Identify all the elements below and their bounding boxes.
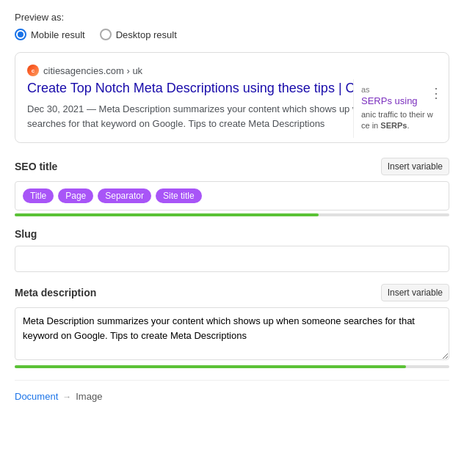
seo-title-input-area[interactable]: Title Page Separator Site title bbox=[15, 181, 449, 210]
radio-group: Mobile result Desktop result bbox=[15, 29, 449, 40]
preview-dash: — bbox=[87, 103, 99, 114]
overlay-as-text: as bbox=[361, 85, 370, 94]
slug-label: Slug bbox=[15, 228, 37, 240]
meta-description-label: Meta description bbox=[15, 287, 96, 299]
mobile-result-label: Mobile result bbox=[31, 29, 85, 40]
meta-description-insert-variable-button[interactable]: Insert variable bbox=[381, 284, 449, 301]
tab-image[interactable]: Image bbox=[76, 389, 102, 403]
overlay-serp-highlight: SERPs using bbox=[361, 95, 418, 106]
meta-description-textarea[interactable]: Meta Description summarizes your content… bbox=[15, 307, 449, 360]
mobile-radio-circle bbox=[15, 29, 26, 40]
tag-pill-page[interactable]: Page bbox=[58, 188, 93, 203]
preview-site-row: c citiesagencies.com › uk bbox=[27, 65, 437, 76]
tag-pill-separator[interactable]: Separator bbox=[98, 188, 151, 203]
seo-title-progress-container bbox=[15, 213, 449, 216]
overlay-serp-bold: SERPs bbox=[380, 121, 407, 130]
preview-overlay: as ⋮ SERPs using anic traffic to their w… bbox=[353, 79, 449, 138]
slug-section: Slug bbox=[15, 228, 449, 272]
preview-date: Dec 30, 2021 bbox=[27, 103, 84, 114]
overlay-desc-part2: ce in SERPs. bbox=[361, 121, 409, 130]
meta-description-progress-bar bbox=[15, 365, 406, 368]
desktop-result-label: Desktop result bbox=[116, 29, 177, 40]
meta-description-section: Meta description Insert variable Meta De… bbox=[15, 284, 449, 368]
tab-document[interactable]: Document bbox=[15, 389, 58, 403]
seo-title-progress-bar bbox=[15, 213, 319, 216]
mobile-result-radio[interactable]: Mobile result bbox=[15, 29, 85, 40]
slug-header: Slug bbox=[15, 228, 449, 240]
site-favicon: c bbox=[27, 65, 39, 76]
seo-title-header: SEO title Insert variable bbox=[15, 158, 449, 175]
seo-title-insert-variable-button[interactable]: Insert variable bbox=[381, 158, 449, 175]
slug-input[interactable] bbox=[15, 246, 449, 272]
meta-description-progress-container bbox=[15, 365, 449, 368]
overlay-serp-desc: anic traffic to their w ce in SERPs. bbox=[361, 109, 441, 132]
preview-as-label: Preview as: bbox=[15, 12, 449, 23]
meta-description-header: Meta description Insert variable bbox=[15, 284, 449, 301]
overlay-desc-part1: anic traffic to their w bbox=[361, 110, 433, 119]
seo-title-section: SEO title Insert variable Title Page Sep… bbox=[15, 158, 449, 216]
bottom-tabs: Document → Image bbox=[15, 380, 449, 403]
tag-pill-title[interactable]: Title bbox=[23, 188, 54, 203]
overlay-dots: ⋮ bbox=[429, 85, 443, 101]
tag-pill-site-title[interactable]: Site title bbox=[156, 188, 202, 203]
site-url: citiesagencies.com › uk bbox=[43, 65, 142, 76]
search-preview-card: c citiesagencies.com › uk Create Top Not… bbox=[15, 52, 449, 143]
desktop-result-radio[interactable]: Desktop result bbox=[100, 29, 177, 40]
desktop-radio-circle bbox=[100, 29, 112, 40]
seo-title-label: SEO title bbox=[15, 161, 57, 172]
tab-arrow: → bbox=[62, 392, 71, 402]
preview-as-section: Preview as: Mobile result Desktop result bbox=[15, 12, 449, 40]
